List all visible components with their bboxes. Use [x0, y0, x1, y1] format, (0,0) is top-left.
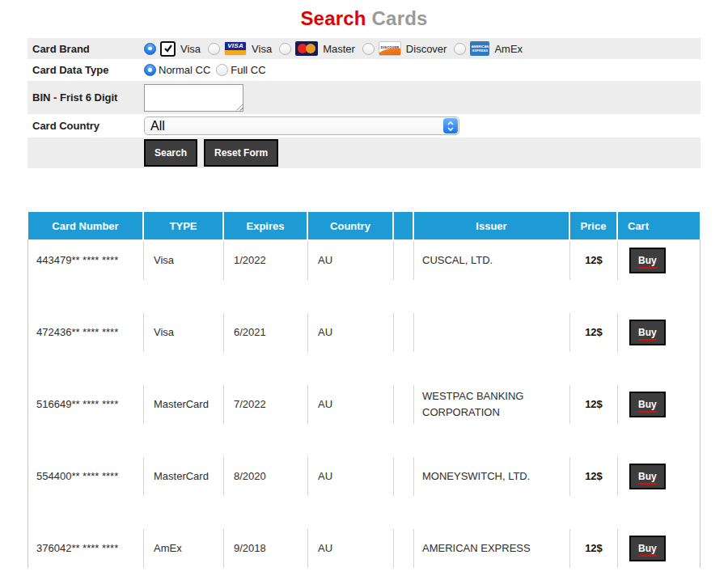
data-type-radio-normal-cc[interactable] — [144, 64, 156, 76]
col-header-expires: Expires — [224, 212, 308, 239]
expires-cell: 1/2022 — [224, 241, 308, 280]
card-country-controls: All — [144, 116, 700, 135]
card-brand-radio-visa[interactable] — [208, 43, 220, 55]
card-number-cell: 554400** **** **** — [28, 457, 144, 496]
visa-logo-gold-band — [225, 50, 246, 55]
col-header-cart: Cart — [618, 212, 700, 239]
expires-cell: 8/2020 — [224, 457, 308, 496]
buy-button-label: Buy — [638, 399, 657, 413]
cart-cell: Buy — [618, 385, 700, 424]
price-cell: 12$ — [570, 529, 618, 568]
card-country-select[interactable]: All — [144, 116, 459, 135]
visa-logo-icon: VISA — [224, 41, 247, 56]
page-title: Search Cards — [0, 0, 728, 30]
country-cell: AU — [308, 529, 394, 568]
card-brand-option-visa-checkbox: Visa — [144, 41, 201, 57]
table-row: 472436** **** **** Visa 6/2021 AU 12$ Bu… — [28, 313, 700, 352]
table-row: 443479** **** **** Visa 1/2022 AU CUSCAL… — [28, 241, 700, 280]
spacer-cell — [394, 241, 414, 280]
card-country-selected-value: All — [150, 119, 165, 133]
card-brand-radio-amex[interactable] — [454, 43, 466, 55]
expires-cell: 9/2018 — [224, 529, 308, 568]
country-cell: AU — [308, 457, 394, 496]
buy-button[interactable]: Buy — [629, 536, 666, 561]
buy-button[interactable]: Buy — [629, 248, 666, 273]
price-cell: 12$ — [570, 457, 618, 496]
price-cell: 12$ — [570, 313, 618, 352]
card-number-cell: 472436** **** **** — [28, 313, 144, 352]
spacer-cell — [394, 385, 414, 424]
data-type-option-label: Full CC — [231, 64, 265, 76]
expires-cell: 7/2022 — [224, 385, 308, 424]
country-cell: AU — [308, 241, 394, 280]
card-brand-option-label: Visa — [180, 43, 201, 55]
expires-cell: 6/2021 — [224, 313, 308, 352]
visa-logo-text: VISA — [225, 42, 246, 50]
issuer-cell: CUSCAL, LTD. — [414, 241, 570, 280]
data-type-option-normal-cc: Normal CC — [144, 64, 210, 76]
card-brand-option-discover: DISCOVER Discover — [362, 41, 447, 56]
card-brand-radio-visa-checkbox[interactable] — [144, 43, 156, 55]
actions-controls: Search Reset Form — [144, 139, 700, 167]
card-brand-option-visa: VISA Visa — [208, 41, 272, 56]
select-stepper-icon — [443, 118, 458, 133]
bin-input[interactable] — [144, 84, 243, 112]
col-header-country: Country — [308, 212, 394, 239]
data-type-radio-full-cc[interactable] — [216, 64, 228, 76]
table-header-row: Card Number TYPE Expires Country Issuer … — [28, 212, 700, 239]
buy-button-label: Buy — [638, 471, 657, 485]
title-word-search: Search — [300, 7, 366, 29]
filter-row-bin: BIN - Frist 6 Digit — [28, 81, 700, 114]
cart-cell: Buy — [618, 529, 700, 568]
type-cell: Visa — [144, 313, 224, 352]
cart-cell: Buy — [618, 313, 700, 352]
bin-label: BIN - Frist 6 Digit — [28, 91, 144, 104]
col-header-issuer: Issuer — [414, 212, 570, 239]
checkbox-checked-icon[interactable] — [160, 41, 176, 57]
buy-button[interactable]: Buy — [629, 392, 666, 417]
table-body: 443479** **** **** Visa 1/2022 AU CUSCAL… — [28, 239, 700, 568]
col-header-spacer — [394, 212, 414, 239]
issuer-cell: AMERICAN EXPRESS — [414, 529, 570, 568]
search-button[interactable]: Search — [144, 139, 197, 167]
buy-button-label: Buy — [638, 255, 657, 269]
card-brand-label: Card Brand — [28, 43, 144, 55]
table-row: 376042** **** **** AmEx 9/2018 AU AMERIC… — [28, 529, 700, 568]
card-brand-option-label: Discover — [406, 43, 447, 55]
type-cell: Visa — [144, 241, 224, 280]
issuer-cell — [414, 313, 570, 352]
bin-input-wrap — [144, 84, 243, 112]
buy-button[interactable]: Buy — [629, 320, 666, 345]
reset-form-button[interactable]: Reset Form — [204, 139, 278, 167]
card-brand-option-label: Visa — [252, 43, 272, 55]
price-cell: 12$ — [570, 241, 618, 280]
data-type-option-full-cc: Full CC — [216, 64, 265, 76]
card-number-cell: 516649** **** **** — [28, 385, 144, 424]
results-table: Card Number TYPE Expires Country Issuer … — [28, 212, 700, 576]
table-row: 516649** **** **** MasterCard 7/2022 AU … — [28, 385, 700, 424]
card-country-label: Card Country — [28, 120, 144, 132]
card-data-type-label: Card Data Type — [28, 64, 144, 76]
type-cell: MasterCard — [144, 457, 224, 496]
card-data-type-options: Normal CC Full CC — [144, 64, 700, 76]
filter-row-card-data-type: Card Data Type Normal CC Full CC — [28, 59, 700, 81]
buy-button[interactable]: Buy — [629, 464, 666, 489]
cart-cell: Buy — [618, 241, 700, 280]
card-brand-radio-master[interactable] — [279, 43, 291, 55]
col-header-type: TYPE — [144, 212, 224, 239]
filter-row-card-brand: Card Brand Visa VISA Visa — [28, 38, 700, 59]
card-brand-radio-discover[interactable] — [362, 43, 375, 55]
type-cell: MasterCard — [144, 385, 224, 424]
country-cell: AU — [308, 385, 394, 424]
card-number-cell: 443479** **** **** — [28, 241, 144, 280]
mastercard-logo-icon — [295, 41, 318, 56]
type-cell: AmEx — [144, 529, 224, 568]
col-header-price: Price — [570, 212, 618, 239]
spacer-cell — [394, 529, 414, 568]
discover-logo-icon: DISCOVER — [379, 41, 401, 56]
data-type-option-label: Normal CC — [159, 64, 210, 76]
cart-cell: Buy — [618, 457, 700, 496]
price-cell: 12$ — [570, 385, 618, 424]
card-brand-option-amex: AMERICAN EXPRESS AmEx — [454, 41, 523, 56]
bin-controls — [144, 84, 700, 112]
